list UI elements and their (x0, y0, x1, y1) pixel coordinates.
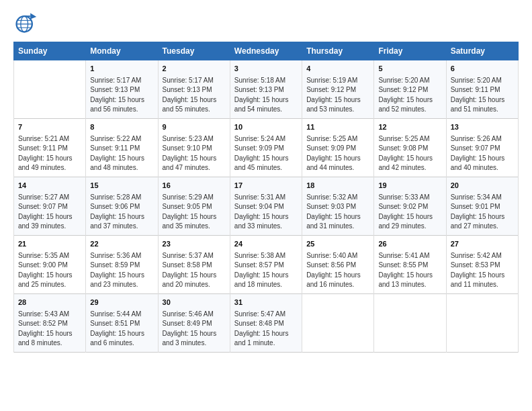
calendar-cell: 17Sunrise: 5:31 AM Sunset: 9:04 PM Dayli… (230, 177, 302, 235)
day-number: 6 (451, 64, 514, 75)
cell-content: Sunrise: 5:34 AM Sunset: 9:01 PM Dayligh… (451, 193, 514, 232)
cell-content: Sunrise: 5:22 AM Sunset: 9:11 PM Dayligh… (90, 134, 153, 173)
cell-content: Sunrise: 5:18 AM Sunset: 9:13 PM Dayligh… (234, 76, 298, 115)
cell-content: Sunrise: 5:40 AM Sunset: 8:56 PM Dayligh… (306, 251, 369, 290)
header-cell-thursday: Thursday (302, 42, 374, 60)
cell-content: Sunrise: 5:36 AM Sunset: 8:59 PM Dayligh… (90, 251, 153, 290)
calendar-week-1: 1Sunrise: 5:17 AM Sunset: 9:13 PM Daylig… (14, 60, 519, 119)
day-number: 10 (234, 122, 298, 133)
cell-content: Sunrise: 5:25 AM Sunset: 9:08 PM Dayligh… (378, 134, 441, 173)
header-cell-wednesday: Wednesday (230, 42, 302, 60)
calendar-cell: 15Sunrise: 5:28 AM Sunset: 9:06 PM Dayli… (86, 177, 158, 235)
header-row: SundayMondayTuesdayWednesdayThursdayFrid… (14, 42, 519, 60)
cell-content: Sunrise: 5:27 AM Sunset: 9:07 PM Dayligh… (18, 193, 81, 232)
day-number: 9 (163, 122, 226, 133)
logo-icon (13, 11, 38, 35)
day-number: 30 (163, 298, 226, 308)
calendar-cell: 22Sunrise: 5:36 AM Sunset: 8:59 PM Dayli… (86, 235, 158, 293)
day-number: 20 (451, 181, 514, 191)
cell-content: Sunrise: 5:33 AM Sunset: 9:02 PM Dayligh… (378, 193, 441, 232)
day-number: 15 (90, 181, 153, 191)
cell-content: Sunrise: 5:20 AM Sunset: 9:11 PM Dayligh… (451, 76, 514, 115)
calendar-cell: 16Sunrise: 5:29 AM Sunset: 9:05 PM Dayli… (158, 177, 230, 235)
cell-content: Sunrise: 5:32 AM Sunset: 9:03 PM Dayligh… (306, 193, 369, 232)
day-number: 12 (378, 122, 441, 133)
calendar-week-2: 7Sunrise: 5:21 AM Sunset: 9:11 PM Daylig… (14, 118, 519, 177)
day-number: 19 (378, 181, 441, 191)
calendar-cell: 19Sunrise: 5:33 AM Sunset: 9:02 PM Dayli… (374, 177, 446, 235)
header-cell-sunday: Sunday (14, 42, 86, 60)
cell-content: Sunrise: 5:23 AM Sunset: 9:10 PM Dayligh… (163, 134, 226, 173)
svg-marker-5 (30, 13, 36, 19)
calendar-cell: 7Sunrise: 5:21 AM Sunset: 9:11 PM Daylig… (14, 118, 86, 177)
calendar-cell: 2Sunrise: 5:17 AM Sunset: 9:13 PM Daylig… (158, 60, 230, 119)
calendar-cell: 29Sunrise: 5:44 AM Sunset: 8:51 PM Dayli… (86, 293, 158, 352)
day-number: 31 (234, 298, 298, 308)
calendar-week-5: 28Sunrise: 5:43 AM Sunset: 8:52 PM Dayli… (14, 293, 519, 352)
cell-content: Sunrise: 5:19 AM Sunset: 9:12 PM Dayligh… (306, 76, 369, 115)
day-number: 22 (90, 239, 153, 250)
cell-content: Sunrise: 5:28 AM Sunset: 9:06 PM Dayligh… (90, 193, 153, 232)
calendar-cell: 6Sunrise: 5:20 AM Sunset: 9:11 PM Daylig… (446, 60, 518, 119)
calendar-cell: 21Sunrise: 5:35 AM Sunset: 9:00 PM Dayli… (14, 235, 86, 293)
cell-content: Sunrise: 5:17 AM Sunset: 9:13 PM Dayligh… (90, 76, 153, 115)
calendar-week-4: 21Sunrise: 5:35 AM Sunset: 9:00 PM Dayli… (14, 235, 519, 293)
calendar-cell: 18Sunrise: 5:32 AM Sunset: 9:03 PM Dayli… (302, 177, 374, 235)
header-cell-monday: Monday (86, 42, 158, 60)
cell-content: Sunrise: 5:44 AM Sunset: 8:51 PM Dayligh… (90, 310, 153, 349)
header-cell-tuesday: Tuesday (158, 42, 230, 60)
day-number: 8 (90, 122, 153, 133)
calendar-cell: 31Sunrise: 5:47 AM Sunset: 8:48 PM Dayli… (230, 293, 302, 352)
day-number: 28 (18, 298, 81, 308)
day-number: 21 (18, 239, 81, 250)
calendar-cell: 23Sunrise: 5:37 AM Sunset: 8:58 PM Dayli… (158, 235, 230, 293)
calendar-cell: 25Sunrise: 5:40 AM Sunset: 8:56 PM Dayli… (302, 235, 374, 293)
calendar-cell: 13Sunrise: 5:26 AM Sunset: 9:07 PM Dayli… (446, 118, 518, 177)
day-number: 7 (18, 122, 81, 133)
cell-content: Sunrise: 5:41 AM Sunset: 8:55 PM Dayligh… (378, 251, 441, 290)
header-cell-saturday: Saturday (446, 42, 518, 60)
day-number: 27 (451, 239, 514, 250)
day-number: 13 (451, 122, 514, 133)
cell-content: Sunrise: 5:20 AM Sunset: 9:12 PM Dayligh… (378, 76, 441, 115)
calendar-cell: 24Sunrise: 5:38 AM Sunset: 8:57 PM Dayli… (230, 235, 302, 293)
day-number: 18 (306, 181, 369, 191)
calendar-cell: 8Sunrise: 5:22 AM Sunset: 9:11 PM Daylig… (86, 118, 158, 177)
day-number: 11 (306, 122, 369, 133)
calendar-cell: 10Sunrise: 5:24 AM Sunset: 9:09 PM Dayli… (230, 118, 302, 177)
cell-content: Sunrise: 5:37 AM Sunset: 8:58 PM Dayligh… (163, 251, 226, 290)
calendar-cell: 12Sunrise: 5:25 AM Sunset: 9:08 PM Dayli… (374, 118, 446, 177)
cell-content: Sunrise: 5:25 AM Sunset: 9:09 PM Dayligh… (306, 134, 369, 173)
calendar-cell: 9Sunrise: 5:23 AM Sunset: 9:10 PM Daylig… (158, 118, 230, 177)
cell-content: Sunrise: 5:21 AM Sunset: 9:11 PM Dayligh… (18, 134, 81, 173)
day-number: 14 (18, 181, 81, 191)
day-number: 23 (163, 239, 226, 250)
header (13, 11, 519, 35)
calendar-cell: 20Sunrise: 5:34 AM Sunset: 9:01 PM Dayli… (446, 177, 518, 235)
day-number: 2 (163, 64, 226, 75)
day-number: 5 (378, 64, 441, 75)
calendar-cell (14, 60, 86, 119)
day-number: 1 (90, 64, 153, 75)
cell-content: Sunrise: 5:26 AM Sunset: 9:07 PM Dayligh… (451, 134, 514, 173)
day-number: 26 (378, 239, 441, 250)
header-cell-friday: Friday (374, 42, 446, 60)
cell-content: Sunrise: 5:46 AM Sunset: 8:49 PM Dayligh… (163, 310, 226, 349)
day-number: 29 (90, 298, 153, 308)
calendar-cell: 26Sunrise: 5:41 AM Sunset: 8:55 PM Dayli… (374, 235, 446, 293)
day-number: 16 (163, 181, 226, 191)
calendar-cell (374, 293, 446, 352)
cell-content: Sunrise: 5:47 AM Sunset: 8:48 PM Dayligh… (234, 310, 298, 349)
cell-content: Sunrise: 5:43 AM Sunset: 8:52 PM Dayligh… (18, 310, 81, 349)
calendar-cell (302, 293, 374, 352)
calendar-week-3: 14Sunrise: 5:27 AM Sunset: 9:07 PM Dayli… (14, 177, 519, 235)
cell-content: Sunrise: 5:29 AM Sunset: 9:05 PM Dayligh… (163, 193, 226, 232)
day-number: 24 (234, 239, 298, 250)
calendar-cell: 27Sunrise: 5:42 AM Sunset: 8:53 PM Dayli… (446, 235, 518, 293)
cell-content: Sunrise: 5:42 AM Sunset: 8:53 PM Dayligh… (451, 251, 514, 290)
calendar-cell (446, 293, 518, 352)
logo (13, 11, 40, 35)
cell-content: Sunrise: 5:38 AM Sunset: 8:57 PM Dayligh… (234, 251, 298, 290)
calendar-cell: 30Sunrise: 5:46 AM Sunset: 8:49 PM Dayli… (158, 293, 230, 352)
calendar-table: SundayMondayTuesdayWednesdayThursdayFrid… (13, 42, 519, 353)
